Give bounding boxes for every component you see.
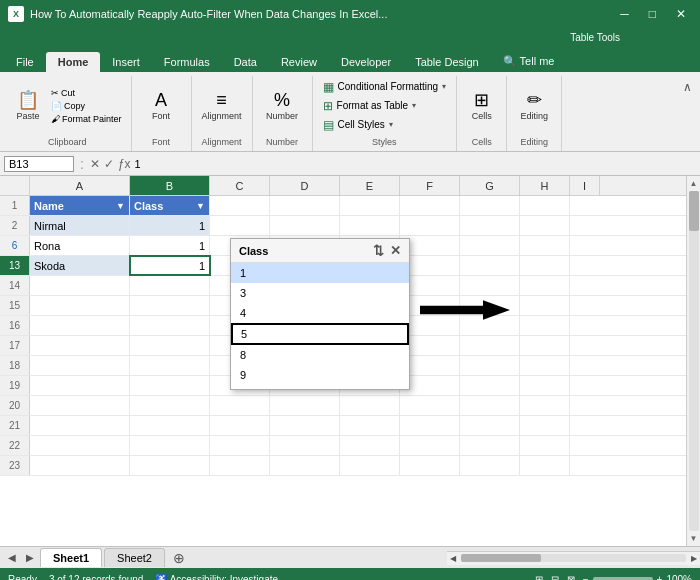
cell-b16[interactable] xyxy=(130,316,210,335)
cell-a6[interactable]: Rona xyxy=(30,236,130,255)
cell-b14[interactable] xyxy=(130,276,210,295)
h-scroll-track[interactable] xyxy=(461,554,686,562)
clear-filter-icon[interactable]: ✕ xyxy=(390,243,401,258)
cell-b2[interactable]: 1 xyxy=(130,216,210,235)
cell-h23[interactable] xyxy=(520,456,570,475)
view-normal-icon[interactable]: ⊞ xyxy=(535,574,543,581)
col-header-g[interactable]: G xyxy=(460,176,520,195)
cell-b1[interactable]: Class ▼ xyxy=(130,196,210,215)
filter-icon-b1[interactable]: ▼ xyxy=(196,201,205,211)
formula-input[interactable] xyxy=(135,158,696,170)
scroll-thumb[interactable] xyxy=(689,191,699,231)
scroll-track[interactable] xyxy=(689,191,699,531)
insert-function-icon[interactable]: ƒx xyxy=(118,157,131,171)
cell-e20[interactable] xyxy=(340,396,400,415)
cell-c2[interactable] xyxy=(210,216,270,235)
cell-h14[interactable] xyxy=(520,276,570,295)
dropdown-item-8[interactable]: 8 xyxy=(231,345,409,365)
copy-button[interactable]: 📄Copy xyxy=(48,100,125,112)
cell-a14[interactable] xyxy=(30,276,130,295)
cell-a18[interactable] xyxy=(30,356,130,375)
cell-b6[interactable]: 1 xyxy=(130,236,210,255)
zoom-in-button[interactable]: + xyxy=(657,574,663,581)
cell-b23[interactable] xyxy=(130,456,210,475)
cell-c21[interactable] xyxy=(210,416,270,435)
dropdown-item-4[interactable]: 4 xyxy=(231,303,409,323)
cell-a13[interactable]: Skoda xyxy=(30,256,130,275)
cell-a22[interactable] xyxy=(30,436,130,455)
cell-h1[interactable] xyxy=(520,196,570,215)
cell-h18[interactable] xyxy=(520,356,570,375)
cell-a1[interactable]: Name ▼ xyxy=(30,196,130,215)
sheet-nav-right[interactable]: ▶ xyxy=(22,552,38,563)
dropdown-item-3[interactable]: 3 xyxy=(231,283,409,303)
tab-insert[interactable]: Insert xyxy=(100,52,152,72)
h-scroll-thumb[interactable] xyxy=(461,554,541,562)
sheet-tab-sheet2[interactable]: Sheet2 xyxy=(104,548,165,567)
dropdown-item-9[interactable]: 9 xyxy=(231,365,409,385)
zoom-out-button[interactable]: − xyxy=(583,574,589,581)
cell-d1[interactable] xyxy=(270,196,340,215)
add-sheet-button[interactable]: ⊕ xyxy=(167,550,191,566)
cell-d22[interactable] xyxy=(270,436,340,455)
conditional-formatting-button[interactable]: ▦ Conditional Formatting ▾ xyxy=(319,78,451,96)
cell-a17[interactable] xyxy=(30,336,130,355)
cell-a20[interactable] xyxy=(30,396,130,415)
font-button[interactable]: A Font xyxy=(143,78,179,134)
cell-b13[interactable]: 1 xyxy=(130,256,210,275)
cell-e22[interactable] xyxy=(340,436,400,455)
cell-a15[interactable] xyxy=(30,296,130,315)
maximize-button[interactable]: □ xyxy=(643,5,662,23)
sort-ascending-icon[interactable]: ⇅ xyxy=(373,243,384,258)
cell-d2[interactable] xyxy=(270,216,340,235)
cell-f23[interactable] xyxy=(400,456,460,475)
cells-button[interactable]: ⊞ Cells xyxy=(464,78,500,134)
sheet-nav-left[interactable]: ◀ xyxy=(4,552,20,563)
cell-d23[interactable] xyxy=(270,456,340,475)
vertical-scrollbar[interactable]: ▲ ▼ xyxy=(686,176,700,546)
cell-c23[interactable] xyxy=(210,456,270,475)
cell-f22[interactable] xyxy=(400,436,460,455)
scroll-up-button[interactable]: ▲ xyxy=(689,178,699,189)
minimize-button[interactable]: ─ xyxy=(614,5,635,23)
confirm-formula-icon[interactable]: ✓ xyxy=(104,157,114,171)
cell-g1[interactable] xyxy=(460,196,520,215)
scroll-right-button[interactable]: ▶ xyxy=(688,554,700,563)
cell-b17[interactable] xyxy=(130,336,210,355)
cell-e23[interactable] xyxy=(340,456,400,475)
cell-g6[interactable] xyxy=(460,236,520,255)
dropdown-item-5[interactable]: 5 xyxy=(231,323,409,345)
tab-home[interactable]: Home xyxy=(46,52,101,72)
cell-g19[interactable] xyxy=(460,376,520,395)
cell-g23[interactable] xyxy=(460,456,520,475)
cell-a16[interactable] xyxy=(30,316,130,335)
cell-g22[interactable] xyxy=(460,436,520,455)
paste-button[interactable]: 📋 Paste xyxy=(10,78,46,134)
dropdown-item-1[interactable]: 1 xyxy=(231,263,409,283)
cell-b22[interactable] xyxy=(130,436,210,455)
cell-h2[interactable] xyxy=(520,216,570,235)
cell-g13[interactable] xyxy=(460,256,520,275)
cell-styles-button[interactable]: ▤ Cell Styles ▾ xyxy=(319,116,451,134)
cell-c20[interactable] xyxy=(210,396,270,415)
cell-g14[interactable] xyxy=(460,276,520,295)
cell-a23[interactable] xyxy=(30,456,130,475)
cell-b15[interactable] xyxy=(130,296,210,315)
cell-h13[interactable] xyxy=(520,256,570,275)
cell-f1[interactable] xyxy=(400,196,460,215)
cell-g20[interactable] xyxy=(460,396,520,415)
col-header-a[interactable]: A xyxy=(30,176,130,195)
cell-c1[interactable] xyxy=(210,196,270,215)
view-page-break-icon[interactable]: ⊠ xyxy=(567,574,575,581)
format-as-table-button[interactable]: ⊞ Format as Table ▾ xyxy=(319,97,451,115)
cell-e21[interactable] xyxy=(340,416,400,435)
col-header-b[interactable]: B xyxy=(130,176,210,195)
tab-tell-me[interactable]: 🔍 Tell me xyxy=(491,51,567,72)
cell-h19[interactable] xyxy=(520,376,570,395)
col-header-e[interactable]: E xyxy=(340,176,400,195)
cell-b18[interactable] xyxy=(130,356,210,375)
alignment-button[interactable]: ≡ Alignment xyxy=(198,78,246,134)
cell-h15[interactable] xyxy=(520,296,570,315)
cancel-formula-icon[interactable]: ✕ xyxy=(90,157,100,171)
cell-c22[interactable] xyxy=(210,436,270,455)
